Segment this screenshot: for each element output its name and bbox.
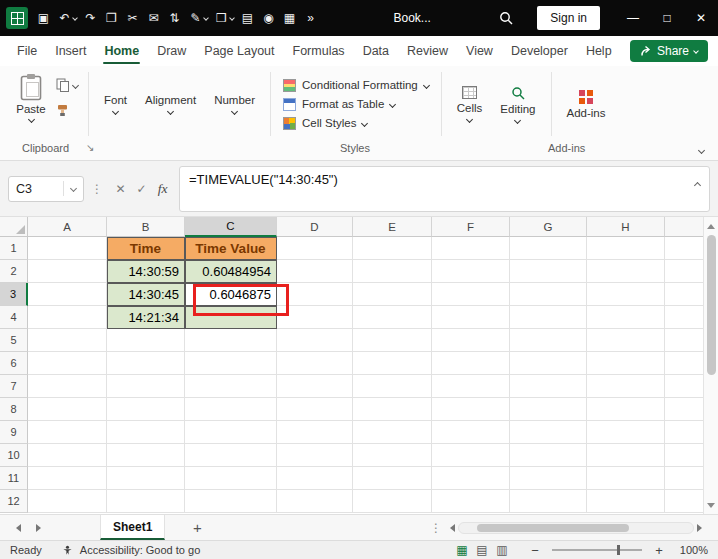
tab-review[interactable]: Review xyxy=(398,36,457,66)
cell-G12[interactable] xyxy=(510,490,587,513)
cell-A11[interactable] xyxy=(28,467,107,490)
cell-D7[interactable] xyxy=(277,375,353,398)
page-break-preview-icon[interactable]: ▥ xyxy=(494,543,510,557)
conditional-formatting-button[interactable]: Conditional Formatting xyxy=(283,79,429,92)
cell-H5[interactable] xyxy=(587,329,665,352)
cell-D1[interactable] xyxy=(277,237,353,260)
more-commands-icon[interactable]: » xyxy=(300,5,321,31)
maximize-button[interactable]: □ xyxy=(650,0,684,36)
page-layout-view-icon[interactable]: ▤ xyxy=(474,543,490,557)
cell-D6[interactable] xyxy=(277,352,353,375)
cell-A7[interactable] xyxy=(28,375,107,398)
cell-D10[interactable] xyxy=(277,444,353,467)
cell-B1[interactable]: Time xyxy=(107,237,185,260)
save-icon[interactable]: ▣ xyxy=(33,5,54,31)
editing-group-button[interactable]: Editing xyxy=(491,86,544,123)
cancel-icon[interactable]: ✕ xyxy=(110,178,131,200)
cell-F10[interactable] xyxy=(432,444,510,467)
cell-H8[interactable] xyxy=(587,398,665,421)
row-header-4[interactable]: 4 xyxy=(0,306,28,329)
minimize-button[interactable]: — xyxy=(616,0,650,36)
cell-F12[interactable] xyxy=(432,490,510,513)
cells-group-button[interactable]: Cells xyxy=(448,86,492,122)
document-icon[interactable]: ▤ xyxy=(237,5,258,31)
table-icon[interactable]: ▦ xyxy=(279,5,300,31)
alignment-group-button[interactable]: Alignment xyxy=(136,94,205,114)
cell-C1[interactable]: Time Value xyxy=(185,237,277,260)
tab-home[interactable]: Home xyxy=(95,36,148,66)
column-header-D[interactable]: D xyxy=(277,217,353,237)
cell-F3[interactable] xyxy=(432,283,510,306)
cell-H9[interactable] xyxy=(587,421,665,444)
number-group-button[interactable]: Number xyxy=(205,94,264,114)
sort-icon[interactable]: ⇅ xyxy=(164,5,185,31)
cell-G3[interactable] xyxy=(510,283,587,306)
horizontal-scroll-thumb[interactable] xyxy=(477,524,629,532)
cell-G11[interactable] xyxy=(510,467,587,490)
tab-data[interactable]: Data xyxy=(354,36,398,66)
cell-D9[interactable] xyxy=(277,421,353,444)
column-header-G[interactable]: G xyxy=(510,217,587,237)
horizontal-scrollbar[interactable] xyxy=(450,522,702,534)
tab-page-layout[interactable]: Page Layout xyxy=(195,36,283,66)
cell-E9[interactable] xyxy=(353,421,432,444)
cell-D8[interactable] xyxy=(277,398,353,421)
row-header-5[interactable]: 5 xyxy=(0,329,28,352)
cell-H2[interactable] xyxy=(587,260,665,283)
cell-G5[interactable] xyxy=(510,329,587,352)
tab-view[interactable]: View xyxy=(457,36,502,66)
cell-B9[interactable] xyxy=(107,421,185,444)
column-header-F[interactable]: F xyxy=(432,217,510,237)
cell-B2[interactable]: 14:30:59 xyxy=(107,260,185,283)
cell-G10[interactable] xyxy=(510,444,587,467)
cell-C5[interactable] xyxy=(185,329,277,352)
cell-E11[interactable] xyxy=(353,467,432,490)
row-header-11[interactable]: 11 xyxy=(0,467,28,490)
cell-E3[interactable] xyxy=(353,283,432,306)
tab-insert[interactable]: Insert xyxy=(46,36,95,66)
share-button[interactable]: Share xyxy=(630,40,708,62)
cell-C6[interactable] xyxy=(185,352,277,375)
scroll-down-icon[interactable] xyxy=(707,503,715,508)
sheet-tab-sheet1[interactable]: Sheet1 xyxy=(100,515,165,540)
cell-B8[interactable] xyxy=(107,398,185,421)
cell-C9[interactable] xyxy=(185,421,277,444)
sign-in-button[interactable]: Sign in xyxy=(537,6,600,30)
cell-C12[interactable] xyxy=(185,490,277,513)
add-ins-button[interactable]: Add-ins xyxy=(558,90,615,119)
sheet-nav-prev-icon[interactable] xyxy=(8,515,28,540)
cell-F2[interactable] xyxy=(432,260,510,283)
excel-app-icon[interactable] xyxy=(6,7,28,29)
cell-B11[interactable] xyxy=(107,467,185,490)
redo-icon[interactable]: ↷ xyxy=(80,5,101,31)
vertical-scrollbar[interactable] xyxy=(703,217,718,514)
cell-B4[interactable]: 14:21:34 xyxy=(107,306,185,329)
cut-icon[interactable]: ✂ xyxy=(122,5,143,31)
copy-icon[interactable]: ❐ xyxy=(101,5,122,31)
cell-F4[interactable] xyxy=(432,306,510,329)
formula-bar-expand-icon[interactable] xyxy=(695,176,700,191)
cell-E12[interactable] xyxy=(353,490,432,513)
cell-A5[interactable] xyxy=(28,329,107,352)
select-all-corner[interactable] xyxy=(0,217,28,237)
sheet-nav-next-icon[interactable] xyxy=(28,515,48,540)
cell-H6[interactable] xyxy=(587,352,665,375)
cell-G8[interactable] xyxy=(510,398,587,421)
cell-H12[interactable] xyxy=(587,490,665,513)
zoom-slider[interactable] xyxy=(552,549,642,551)
cell-A9[interactable] xyxy=(28,421,107,444)
column-header-A[interactable]: A xyxy=(28,217,107,237)
cell-H7[interactable] xyxy=(587,375,665,398)
scroll-up-icon[interactable] xyxy=(707,224,715,229)
column-header-H[interactable]: H xyxy=(587,217,665,237)
zoom-out-button[interactable]: − xyxy=(528,543,542,558)
cell-E4[interactable] xyxy=(353,306,432,329)
row-header-6[interactable]: 6 xyxy=(0,352,28,375)
cell-G1[interactable] xyxy=(510,237,587,260)
cell-A12[interactable] xyxy=(28,490,107,513)
cell-G7[interactable] xyxy=(510,375,587,398)
cell-F11[interactable] xyxy=(432,467,510,490)
clipboard-dialog-launcher-icon[interactable]: ↘ xyxy=(86,142,94,153)
cell-H10[interactable] xyxy=(587,444,665,467)
cell-E10[interactable] xyxy=(353,444,432,467)
